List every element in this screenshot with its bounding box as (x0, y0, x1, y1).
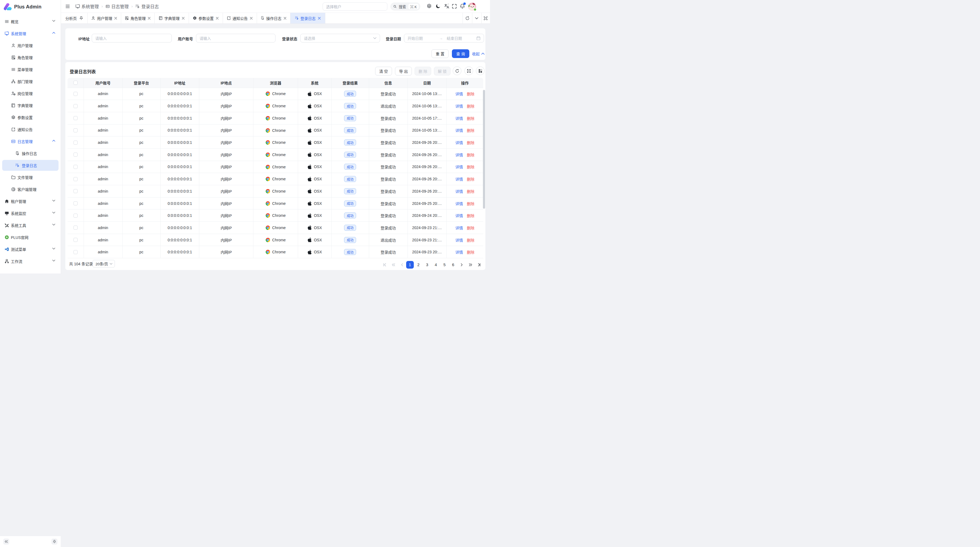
svg-text:DEV: DEV (107, 6, 109, 7)
svg-text:DEV: DEV (12, 141, 15, 142)
